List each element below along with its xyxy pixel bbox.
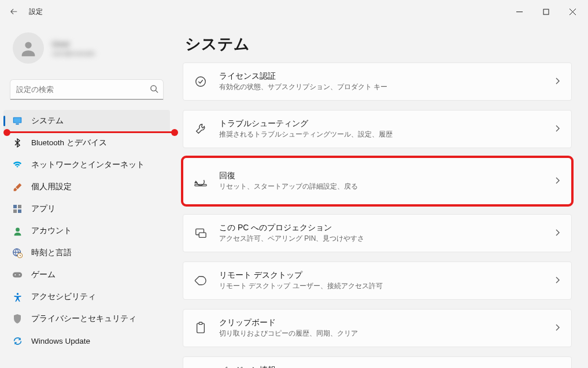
svg-rect-8: [13, 209, 17, 213]
svg-rect-22: [199, 322, 202, 325]
globe-clock-icon: [12, 247, 23, 259]
nav-item-accounts[interactable]: アカウント: [3, 220, 170, 242]
svg-rect-0: [543, 9, 549, 14]
card-title: この PC へのプロジェクション: [219, 223, 542, 233]
svg-point-14: [14, 274, 16, 275]
nav-label: アカウント: [31, 226, 72, 236]
card-subtitle: 有効化の状態、サブスクリプション、プロダクト キー: [219, 82, 542, 92]
search-input[interactable]: [10, 80, 163, 100]
profile-block[interactable]: User user@example: [0, 27, 173, 69]
setting-card-remote-desktop[interactable]: リモート デスクトップ リモート デスクトップ ユーザー、接続アクセス許可: [183, 262, 572, 300]
nav-item-privacy[interactable]: プライバシーとセキュリティ: [3, 308, 170, 330]
chevron-right-icon: [554, 277, 561, 285]
person-icon: [12, 225, 23, 237]
maximize-icon: [543, 9, 549, 15]
svg-rect-4: [14, 118, 21, 123]
nav-item-system[interactable]: システム: [3, 110, 170, 132]
nav-item-network[interactable]: ネットワークとインターネット: [3, 154, 170, 176]
minimize-button[interactable]: [506, 2, 532, 21]
card-title: バージョン情報: [219, 365, 542, 368]
nav-label: ゲーム: [31, 270, 56, 280]
setting-card-about[interactable]: バージョン情報 デバイス仕様、PC 名変更、Windows 仕様: [183, 356, 572, 368]
svg-point-15: [19, 274, 20, 275]
nav-item-windows-update[interactable]: Windows Update: [3, 330, 170, 352]
nav-label: システム: [31, 116, 64, 126]
card-title: ライセンス認証: [219, 71, 542, 82]
svg-point-1: [25, 42, 31, 48]
card-title: クリップボード: [219, 318, 542, 328]
nav-label: アクセシビリティ: [31, 292, 96, 302]
nav-label: ネットワークとインターネット: [31, 160, 145, 170]
person-icon: [19, 38, 38, 58]
close-icon: [569, 9, 576, 15]
chevron-right-icon: [554, 125, 561, 134]
gamepad-icon: [12, 269, 23, 281]
recovery-icon: [194, 174, 208, 188]
bluetooth-icon: [12, 137, 23, 149]
setting-card-troubleshoot[interactable]: トラブルシューティング 推奨されるトラブルシューティングツール、設定、履歴: [183, 110, 572, 148]
svg-point-2: [151, 86, 156, 91]
svg-rect-5: [16, 124, 19, 125]
project-icon: [194, 226, 208, 240]
setting-card-activation[interactable]: ライセンス認証 有効化の状態、サブスクリプション、プロダクト キー: [183, 62, 572, 101]
search-box[interactable]: [10, 80, 163, 100]
avatar: [13, 32, 44, 64]
profile-email: user@example: [52, 49, 95, 57]
nav-item-accessibility[interactable]: アクセシビリティ: [3, 286, 170, 308]
maximize-button[interactable]: [532, 2, 559, 21]
chevron-right-icon: [554, 324, 561, 333]
card-subtitle: アクセス許可、ペアリング PIN、見つけやすさ: [219, 234, 542, 244]
svg-rect-9: [18, 209, 21, 213]
svg-rect-7: [18, 205, 21, 208]
chevron-right-icon: [554, 229, 561, 238]
svg-point-16: [16, 293, 18, 295]
sidebar: User user@example システム Bluetooth とデバイス: [0, 23, 173, 368]
setting-card-clipboard[interactable]: クリップボード 切り取りおよびコピーの履歴、同期、クリア: [183, 309, 572, 347]
svg-rect-20: [199, 233, 206, 237]
brush-icon: [12, 181, 23, 193]
card-title: トラブルシューティング: [219, 119, 542, 129]
apps-icon: [12, 203, 23, 215]
update-icon: [12, 335, 23, 347]
titlebar: 設定: [0, 0, 588, 23]
nav-label: プライバシーとセキュリティ: [31, 314, 136, 324]
card-title: リモート デスクトップ: [219, 270, 542, 281]
nav-item-gaming[interactable]: ゲーム: [3, 264, 170, 286]
window-title: 設定: [29, 7, 43, 17]
nav-item-personalization[interactable]: 個人用設定: [3, 176, 170, 198]
clipboard-icon: [194, 321, 208, 335]
nav-label: アプリ: [31, 204, 56, 214]
svg-rect-13: [13, 273, 22, 278]
svg-rect-6: [13, 205, 17, 208]
card-subtitle: リモート デスクトップ ユーザー、接続アクセス許可: [219, 281, 542, 291]
svg-point-17: [196, 77, 206, 87]
chevron-right-icon: [554, 177, 561, 186]
minimize-icon: [516, 9, 523, 15]
nav-item-apps[interactable]: アプリ: [3, 198, 170, 220]
wrench-icon: [194, 122, 208, 136]
back-button[interactable]: [5, 2, 23, 21]
shield-icon: [12, 313, 23, 325]
main-content: システム ライセンス認証 有効化の状態、サブスクリプション、プロダクト キー ト…: [173, 23, 588, 368]
nav-label: 時刻と言語: [31, 248, 72, 258]
remote-icon: [194, 274, 208, 288]
nav-list: システム Bluetooth とデバイス ネットワークとインターネット 個人用設…: [0, 108, 173, 352]
search-icon: [150, 84, 158, 95]
setting-card-recovery[interactable]: 回復 リセット、スタートアップの詳細設定、戻る: [183, 157, 572, 205]
nav-label: Bluetooth とデバイス: [31, 138, 107, 148]
profile-name: User: [52, 39, 95, 49]
nav-item-bluetooth[interactable]: Bluetooth とデバイス: [3, 132, 170, 154]
page-heading: システム: [185, 34, 572, 54]
card-subtitle: 切り取りおよびコピーの履歴、同期、クリア: [219, 329, 542, 338]
monitor-icon: [12, 115, 23, 127]
setting-card-projection[interactable]: この PC へのプロジェクション アクセス許可、ペアリング PIN、見つけやすさ: [183, 214, 572, 252]
nav-label: Windows Update: [31, 337, 90, 345]
svg-point-10: [16, 227, 20, 231]
nav-label: 個人用設定: [31, 182, 72, 192]
accessibility-icon: [12, 291, 23, 303]
close-button[interactable]: [559, 2, 586, 21]
wifi-icon: [12, 159, 23, 171]
card-subtitle: 推奨されるトラブルシューティングツール、設定、履歴: [219, 130, 542, 139]
nav-item-time-language[interactable]: 時刻と言語: [3, 242, 170, 264]
card-title: 回復: [219, 171, 542, 181]
